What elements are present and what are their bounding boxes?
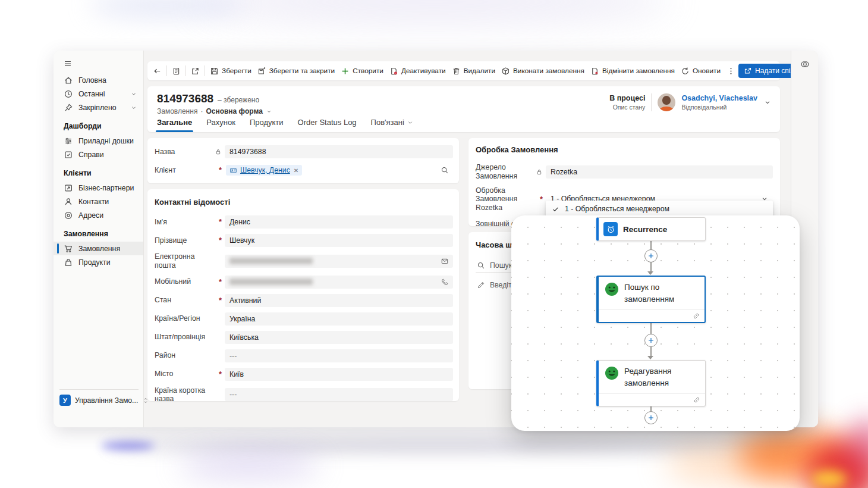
field-input[interactable]: [225, 276, 453, 289]
share-button[interactable]: Надати спільний доступ: [738, 64, 791, 78]
sidebar-item-pin[interactable]: Закріплено: [54, 101, 143, 114]
sidebar-item-address[interactable]: Адреси: [54, 208, 143, 222]
status-reason: В процесі Опис стану: [609, 94, 645, 111]
partner-icon: [64, 183, 73, 193]
sidebar-item-home[interactable]: Головна: [54, 73, 143, 87]
tab-3[interactable]: Order Status Log: [298, 118, 357, 127]
form-field-row: Джерело ЗамовленняRozetka: [476, 163, 773, 181]
required-asterisk: *: [219, 165, 222, 175]
link-icon[interactable]: [692, 312, 700, 320]
create-button[interactable]: Створити: [338, 63, 386, 79]
field-input[interactable]: Шевчук, Денис✕: [225, 164, 453, 177]
sidebar-item-cart[interactable]: Замовлення: [54, 242, 143, 255]
flow-node-recurrence[interactable]: Recurrence: [596, 217, 706, 241]
field-input[interactable]: Активний: [225, 294, 453, 307]
cancel-order-button[interactable]: Відмінити замовлення: [587, 63, 678, 79]
pin-icon: [64, 103, 73, 112]
refresh-button[interactable]: Оновити: [678, 63, 724, 79]
menu-toggle-button[interactable]: [61, 57, 74, 72]
cart-icon: [64, 244, 73, 254]
sidebar-item-bag[interactable]: Продукти: [54, 255, 143, 269]
field-label: Клієнт*: [155, 166, 225, 175]
dashboard-icon: [64, 136, 73, 146]
record-header: 814973688– збережено Замовлення · Основн…: [147, 86, 780, 132]
field-input[interactable]: [225, 255, 453, 268]
check-icon: [552, 205, 559, 213]
required-asterisk: *: [219, 217, 222, 227]
fulfill-order-button[interactable]: Виконати замовлення: [498, 63, 587, 79]
command-bar: Зберегти Зберегти та закрити Створити Де…: [147, 61, 780, 80]
link-icon[interactable]: [693, 396, 701, 404]
flow-arrowhead: [647, 356, 653, 359]
form-field-row: Прізвище*Шевчук: [155, 234, 453, 247]
field-input[interactable]: Київська: [225, 331, 453, 344]
form-field-row: Мобільний*: [155, 276, 453, 289]
owner-block[interactable]: Osadchyi, Viacheslav Відповідальний: [681, 94, 757, 111]
save-and-close-button[interactable]: Зберегти та закрити: [254, 63, 338, 79]
form-view-button[interactable]: [169, 63, 184, 79]
record-title-block: 814973688– збережено Замовлення · Основн…: [157, 92, 272, 115]
chevron-down-icon: [266, 108, 272, 115]
flow-node-edit-order[interactable]: Редагування замовлення: [596, 360, 706, 406]
field-label: Джерело Замовлення: [476, 163, 546, 181]
popout-button[interactable]: [188, 63, 203, 79]
tab-bar: ЗагальнеРахунокПродуктиOrder Status LogП…: [157, 118, 414, 127]
divider: [651, 93, 652, 111]
field-input[interactable]: Шевчук: [225, 234, 453, 247]
field-input[interactable]: Київ: [225, 368, 453, 381]
saved-status: – збережено: [218, 96, 259, 104]
insert-step-button[interactable]: [644, 334, 658, 347]
field-input[interactable]: ---: [225, 349, 453, 362]
chevron-down-icon[interactable]: [763, 98, 772, 107]
form-field-row: Назва814973688: [155, 145, 453, 158]
tab-0[interactable]: Загальне: [157, 118, 192, 127]
address-icon: [64, 211, 73, 220]
sidebar-item-partner[interactable]: Бізнес-партнери: [54, 181, 143, 195]
form-icon: [172, 67, 181, 76]
field-input[interactable]: ---: [225, 388, 453, 401]
flow-node-search-orders[interactable]: Пошук по замовленням: [596, 276, 706, 323]
form-selector[interactable]: Основна форма: [206, 107, 262, 115]
chevron-down-icon: [407, 119, 414, 126]
flow-connector: [650, 406, 652, 411]
dropdown-flyout-option[interactable]: 1 - Обробляється менеджером: [546, 201, 773, 217]
sidebar-item-dashboard[interactable]: Приладні дошки: [54, 134, 143, 148]
form-field-row: Країна/РегіонУкраїна: [155, 312, 453, 326]
pencil-icon: [477, 281, 485, 289]
area-switcher[interactable]: У Управління Замо...: [59, 389, 139, 406]
flow-designer-window: Recurrence Пошук по замовленням: [511, 215, 800, 431]
sidebar-item-person[interactable]: Контакти: [54, 195, 143, 208]
sidebar-group-label: Замовлення: [54, 222, 143, 242]
tab-1[interactable]: Рахунок: [206, 118, 235, 127]
decorative-glow: [107, 440, 761, 451]
general-section: Назва814973688Клієнт*Шевчук, Денис✕: [147, 138, 459, 183]
delete-button[interactable]: Видалити: [449, 63, 498, 79]
field-input[interactable]: Україна: [225, 312, 453, 326]
tab-2[interactable]: Продукти: [250, 118, 284, 127]
breadcrumb: Замовлення · Основна форма: [157, 107, 272, 115]
phone-icon: [441, 278, 449, 286]
deactivate-button[interactable]: Деактивувати: [386, 63, 449, 79]
redacted-value: [229, 258, 313, 264]
field-input[interactable]: Денис: [225, 215, 453, 229]
share-icon: [744, 67, 752, 75]
cancel-document-icon: [590, 67, 599, 76]
copilot-icon[interactable]: [800, 59, 810, 70]
more-dots-icon: [727, 67, 735, 76]
tab-4[interactable]: Пов'язані: [371, 118, 414, 127]
record-title: 814973688: [157, 92, 213, 105]
remove-chip-icon[interactable]: ✕: [294, 167, 298, 174]
field-input[interactable]: Rozetka: [546, 165, 773, 179]
insert-step-button[interactable]: [644, 411, 658, 424]
sidebar-item-clock[interactable]: Останні: [54, 87, 143, 101]
insert-step-button[interactable]: [644, 249, 658, 262]
required-asterisk: *: [219, 277, 222, 287]
owner-avatar[interactable]: [658, 93, 675, 111]
form-field-row: Країна коротка назва---: [155, 386, 453, 404]
sidebar-item-note[interactable]: Справи: [54, 148, 143, 161]
field-input[interactable]: 814973688: [225, 145, 453, 158]
more-commands-button[interactable]: [724, 63, 738, 79]
back-button[interactable]: [150, 63, 165, 79]
save-button[interactable]: Зберегти: [207, 63, 254, 79]
lookup-chip[interactable]: Шевчук, Денис✕: [226, 165, 302, 176]
